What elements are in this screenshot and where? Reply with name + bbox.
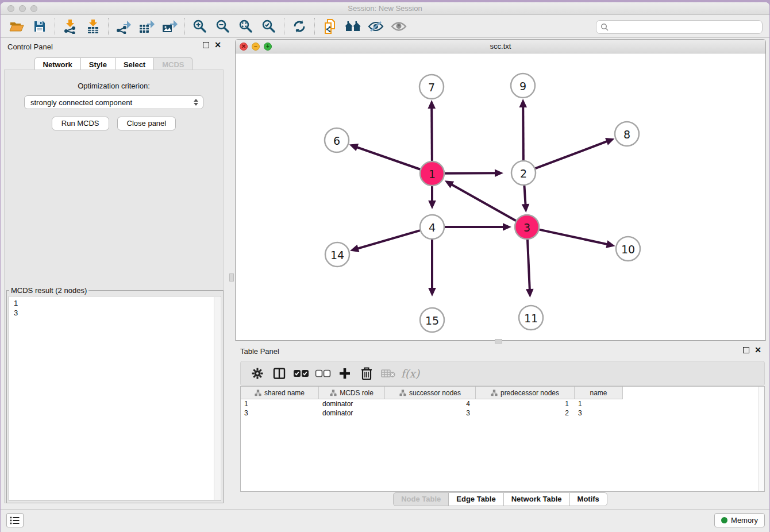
first-neighbors-icon[interactable] [341,17,364,36]
show-columns-icon[interactable] [268,364,290,383]
network-canvas[interactable]: 7968124314101511 [236,53,765,340]
network-canvas-svg: 7968124314101511 [236,53,766,341]
close-table-panel-icon[interactable]: ✕ [754,347,761,353]
zoom-selected-icon[interactable] [257,17,280,36]
cell[interactable]: 3 [241,408,319,418]
select-chevrons-icon [194,99,198,106]
create-column-icon[interactable] [334,364,356,383]
cell[interactable]: 4 [385,399,476,408]
arrowhead-1-4 [428,201,436,209]
function-builder-icon[interactable]: f(x) [399,364,421,383]
zoom-out-icon[interactable] [211,17,234,36]
delete-column-icon[interactable] [378,364,399,383]
cell[interactable]: dominator [319,399,385,408]
export-table-icon[interactable] [135,17,158,36]
select-all-icon[interactable] [290,364,312,383]
run-mcds-button[interactable]: Run MCDS [52,117,109,130]
horizontal-splitter-handle[interactable] [495,339,502,344]
edge-3-10[interactable] [540,230,608,245]
edge-2-3[interactable] [524,186,525,205]
node-label-10: 10 [621,243,635,256]
cell[interactable]: 3 [575,408,623,418]
optimization-criterion-label: Optimization criterion: [5,82,223,90]
result-scrollbar[interactable] [214,297,220,500]
edge-4-14[interactable] [357,230,420,249]
list-icon [9,515,21,526]
import-table-icon[interactable] [82,17,105,36]
export-network-icon[interactable] [112,17,135,36]
arrowhead-2-8 [605,138,614,145]
edge-1-2[interactable] [445,173,496,174]
refresh-icon[interactable] [288,17,311,36]
close-panel-icon[interactable]: ✕ [214,42,221,48]
zoom-in-icon[interactable] [188,17,211,36]
toolbar-separator [108,18,109,35]
save-session-icon[interactable] [28,17,51,36]
table-panel: Table Panel ✕ [235,344,766,509]
node-table[interactable]: shared nameMCDS rolesuccessor nodesprede… [240,386,765,492]
cell[interactable]: 1 [241,399,319,408]
delete-entry-icon[interactable] [356,364,378,383]
app-window: Session: New Session [1,2,769,532]
node-label-7: 7 [428,81,435,94]
column-header-shared-name[interactable]: shared name [241,387,319,399]
control-panel-title: Control Panel [7,43,53,51]
optimization-criterion-select[interactable]: strongly connected component [24,95,203,109]
edge-3-1[interactable] [451,184,516,221]
edge-1-7[interactable] [432,107,432,161]
export-image-icon[interactable] [158,17,181,36]
float-panel-icon[interactable] [203,42,209,48]
arrowhead-3-10 [606,240,615,248]
arrowhead-2-3 [522,204,530,213]
table-row[interactable]: 3dominator323 [241,408,764,418]
table-body: 1dominator4113dominator323 [241,399,764,418]
cell[interactable]: dominator [319,408,385,418]
hierarchy-icon [255,390,261,396]
fx-label: f(x) [401,367,420,380]
import-network-icon[interactable] [59,17,82,36]
edge-1-6[interactable] [356,147,420,169]
main-titlebar: Session: New Session [1,2,769,15]
column-header-MCDS-role[interactable]: MCDS role [319,387,385,399]
toolbar-separator [55,18,55,35]
show-all-icon[interactable] [387,17,410,36]
task-history-button[interactable] [6,513,24,527]
edge-3-11[interactable] [528,240,530,290]
table-row[interactable]: 1dominator411 [241,399,764,408]
tab-network-table[interactable]: Network Table [503,492,570,506]
table-header-row: shared nameMCDS rolesuccessor nodesprede… [241,387,764,399]
cell[interactable]: 2 [476,408,575,418]
hide-selected-icon[interactable] [364,17,387,36]
new-network-from-selection-icon[interactable] [318,17,341,36]
search-input[interactable] [596,20,763,34]
close-panel-button[interactable]: Close panel [117,117,176,130]
network-window-title: scc.txt [236,42,765,51]
cell[interactable]: 1 [575,399,623,408]
cell[interactable]: 3 [385,408,476,418]
vertical-splitter-handle[interactable] [229,273,234,282]
memory-button[interactable]: Memory [714,513,765,527]
node-label-8: 8 [623,128,630,141]
column-header-successor-nodes[interactable]: successor nodes [385,387,476,399]
tab-node-table[interactable]: Node Table [393,492,449,506]
arrowhead-3-11 [526,289,534,298]
unselect-all-icon[interactable] [312,364,334,383]
node-label-3: 3 [523,221,530,234]
tab-edge-table[interactable]: Edge Table [448,492,503,506]
edge-2-8[interactable] [536,141,608,169]
table-settings-icon[interactable] [247,364,268,383]
search-icon [600,23,609,32]
column-header-name[interactable]: name [575,387,623,399]
network-window-titlebar[interactable]: ✕ − + scc.txt [236,40,765,53]
float-table-panel-icon[interactable] [743,347,749,353]
tab-motifs[interactable]: Motifs [569,492,607,506]
node-label-15: 15 [425,314,439,327]
zoom-fit-icon[interactable] [234,17,257,36]
arrowhead-2-9 [519,99,527,107]
mcds-result-box[interactable]: 1 3 [9,296,221,501]
table-scrollbar[interactable] [758,387,764,491]
column-header-predecessor-nodes[interactable]: predecessor nodes [476,387,575,399]
open-session-icon[interactable] [5,17,28,36]
edge-2-9[interactable] [523,106,523,160]
cell[interactable]: 1 [476,399,575,408]
